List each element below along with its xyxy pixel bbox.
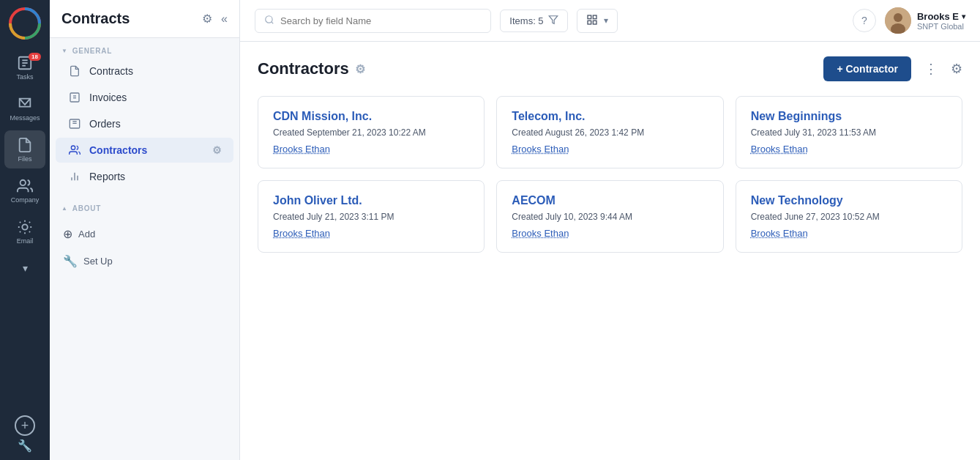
nav-bottom: + 🔧: [15, 415, 35, 453]
sidebar-item-orders[interactable]: Orders: [56, 111, 233, 136]
nav-more-button[interactable]: ▾: [4, 253, 45, 283]
svg-line-18: [272, 21, 274, 23]
svg-point-6: [22, 224, 27, 229]
nav-add-button[interactable]: +: [15, 415, 35, 436]
card-author[interactable]: Brooks Ethan: [751, 228, 947, 239]
contractor-card[interactable]: CDN Mission, Inc. Created September 21, …: [258, 96, 485, 168]
tasks-badge: 18: [29, 53, 41, 61]
svg-point-25: [894, 13, 902, 22]
invoices-label: Invoices: [89, 92, 127, 103]
content-gear-icon[interactable]: ⚙: [355, 62, 365, 76]
sidebar-item-contracts[interactable]: Contracts: [56, 59, 233, 84]
search-icon: [264, 15, 274, 27]
card-created-date: Created August 26, 2023 1:42 PM: [512, 127, 708, 138]
user-company: SNPT Global: [917, 22, 965, 31]
sidebar: Contracts ⚙ « ▼ GENERAL Contracts Invoic…: [50, 0, 240, 460]
contractor-card[interactable]: New Technology Created June 27, 2023 10:…: [736, 180, 962, 253]
setup-label: Set Up: [83, 256, 113, 267]
orders-label: Orders: [89, 118, 121, 130]
contractors-settings-icon[interactable]: ⚙: [212, 144, 222, 156]
svg-marker-19: [549, 15, 558, 23]
sidebar-item-contractors[interactable]: Contractors ⚙: [56, 138, 233, 163]
user-name: Brooks E ▾: [917, 11, 965, 22]
card-author[interactable]: Brooks Ethan: [512, 228, 708, 239]
nav-item-email[interactable]: Email: [4, 212, 45, 251]
grid-view-icon: [586, 14, 598, 28]
nav-item-messages[interactable]: Messages: [4, 89, 45, 127]
top-bar: Items: 5 ▾ ?: [240, 0, 980, 42]
nav-tasks-label: Tasks: [16, 74, 33, 81]
search-input[interactable]: [280, 15, 482, 26]
items-count-text: Items: 5: [509, 15, 543, 26]
nav-company-label: Company: [11, 197, 40, 204]
card-name: New Technology: [751, 194, 947, 207]
card-author[interactable]: Brooks Ethan: [273, 228, 469, 239]
content-header: Contractors ⚙ + Contractor ⋮ ⚙: [258, 56, 962, 81]
chevron-down-icon: ▾: [604, 15, 608, 26]
svg-rect-21: [593, 15, 596, 19]
card-author[interactable]: Brooks Ethan: [273, 144, 469, 155]
nav-item-files[interactable]: Files: [4, 130, 45, 168]
svg-point-17: [266, 15, 272, 22]
reports-label: Reports: [89, 171, 125, 182]
sidebar-title: Contracts: [61, 10, 202, 27]
view-toggle-button[interactable]: ▾: [577, 9, 618, 33]
sidebar-collapse-icon[interactable]: «: [221, 12, 228, 26]
contracts-label: Contracts: [89, 65, 133, 77]
app-logo[interactable]: [9, 7, 41, 40]
contractors-label: Contractors: [89, 144, 147, 156]
card-name: New Beginnings: [751, 110, 947, 123]
content-settings-icon[interactable]: ⚙: [951, 61, 962, 77]
help-button[interactable]: ?: [853, 9, 876, 32]
general-arrow-icon: ▼: [61, 48, 68, 54]
files-icon: [16, 136, 34, 154]
sidebar-item-invoices[interactable]: Invoices: [56, 85, 233, 110]
sidebar-gear-icon[interactable]: ⚙: [202, 12, 212, 26]
content-area: Contractors ⚙ + Contractor ⋮ ⚙ CDN Missi…: [240, 42, 980, 460]
sidebar-item-reports[interactable]: Reports: [56, 164, 233, 189]
card-name: John Oliver Ltd.: [273, 194, 469, 207]
items-count-badge: Items: 5: [500, 10, 567, 32]
nav-messages-label: Messages: [10, 115, 40, 122]
card-created-date: Created July 10, 2023 9:44 AM: [512, 212, 708, 222]
company-icon: [16, 177, 34, 195]
contractor-card[interactable]: Telecom, Inc. Created August 26, 2023 1:…: [496, 96, 723, 168]
contractors-grid: CDN Mission, Inc. Created September 21, …: [258, 96, 962, 253]
contracts-icon: [67, 65, 82, 77]
search-box[interactable]: [255, 9, 491, 33]
add-contractor-button[interactable]: + Contractor: [823, 56, 911, 81]
general-section-label: ▼ GENERAL: [50, 38, 239, 58]
contractor-card[interactable]: AECOM Created July 10, 2023 9:44 AM Broo…: [496, 180, 723, 253]
nav-item-tasks[interactable]: 18 Tasks: [4, 48, 45, 86]
messages-icon: [16, 95, 34, 113]
filter-icon[interactable]: [548, 15, 558, 27]
nav-files-label: Files: [18, 156, 31, 163]
sidebar-add-button[interactable]: ⊕ Add: [56, 221, 233, 247]
card-name: Telecom, Inc.: [512, 110, 708, 123]
about-section: ▲ ABOUT: [50, 196, 239, 215]
plus-circle-icon: ⊕: [63, 227, 72, 241]
avatar: [885, 7, 911, 34]
sidebar-actions: ⊕ Add 🔧 Set Up: [50, 215, 239, 280]
contractor-card[interactable]: John Oliver Ltd. Created July 21, 2023 3…: [258, 180, 485, 253]
invoices-icon: [67, 92, 82, 103]
svg-point-5: [20, 180, 26, 185]
sidebar-setup-button[interactable]: 🔧 Set Up: [56, 248, 233, 274]
about-arrow-icon: ▲: [61, 205, 68, 212]
nav-tool-button[interactable]: 🔧: [18, 439, 32, 453]
user-info[interactable]: Brooks E ▾ SNPT Global: [885, 7, 965, 34]
wrench-icon: 🔧: [63, 254, 78, 268]
card-created-date: Created June 27, 2023 10:52 AM: [751, 212, 947, 222]
more-options-icon[interactable]: ⋮: [919, 58, 943, 80]
card-author[interactable]: Brooks Ethan: [751, 144, 947, 155]
card-name: AECOM: [512, 194, 708, 207]
sidebar-header: Contracts ⚙ «: [50, 0, 239, 38]
reports-icon: [67, 171, 82, 182]
about-section-label: ▲ ABOUT: [50, 196, 239, 215]
header-actions: + Contractor ⋮ ⚙: [823, 56, 962, 81]
card-author[interactable]: Brooks Ethan: [512, 144, 708, 155]
card-created-date: Created September 21, 2023 10:22 AM: [273, 127, 469, 138]
nav-item-company[interactable]: Company: [4, 171, 45, 209]
nav-email-label: Email: [17, 238, 34, 245]
contractor-card[interactable]: New Beginnings Created July 31, 2023 11:…: [736, 96, 962, 168]
